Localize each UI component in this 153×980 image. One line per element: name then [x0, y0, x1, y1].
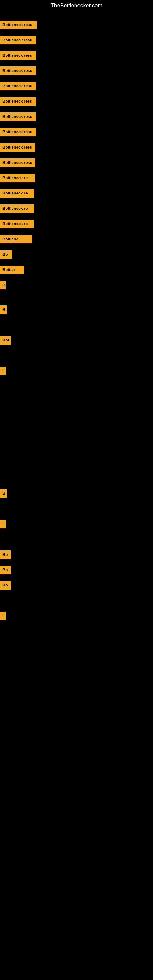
- bottleneck-badge[interactable]: Bo: [0, 566, 11, 574]
- bottleneck-badge[interactable]: l: [0, 612, 5, 620]
- bottleneck-badge[interactable]: Bottleneck resu: [0, 143, 35, 151]
- bottleneck-badge[interactable]: Bottleneck resu: [0, 82, 36, 90]
- bottleneck-badge[interactable]: Bottleneck resu: [0, 36, 36, 45]
- bottleneck-badge[interactable]: B: [0, 489, 7, 498]
- bottleneck-badge[interactable]: Bottleneck re: [0, 189, 34, 197]
- bottleneck-badge[interactable]: Bot: [0, 336, 11, 345]
- site-title: TheBottlenecker.com: [0, 0, 153, 11]
- bottleneck-badge[interactable]: B: [0, 281, 5, 290]
- bottleneck-badge[interactable]: Bottleneck re: [0, 173, 35, 182]
- bottleneck-badge[interactable]: Bo: [0, 550, 11, 559]
- bottleneck-badge[interactable]: Bottleneck re: [0, 220, 33, 228]
- bottleneck-badge[interactable]: B: [0, 305, 7, 314]
- bottleneck-badge[interactable]: Bottler: [0, 266, 24, 274]
- bottleneck-badge[interactable]: Bottleneck resu: [0, 128, 36, 136]
- bottleneck-badge[interactable]: Bottleneck resu: [0, 51, 36, 60]
- bottleneck-badge[interactable]: Bottleneck resu: [0, 97, 36, 106]
- bottleneck-badge[interactable]: l: [0, 520, 5, 528]
- bottleneck-badge[interactable]: Bottleneck resu: [0, 67, 36, 75]
- bottleneck-badge[interactable]: Bottleneck resu: [0, 112, 36, 121]
- bottleneck-badge[interactable]: Bo: [0, 581, 11, 590]
- bottleneck-badge[interactable]: Bottleneck resu: [0, 21, 37, 29]
- bottleneck-badge[interactable]: Bo: [0, 250, 12, 259]
- bottleneck-badge[interactable]: Bottlene: [0, 235, 32, 243]
- bottleneck-badge[interactable]: Bottleneck re: [0, 204, 34, 213]
- bottleneck-badge[interactable]: Bottleneck resu: [0, 158, 35, 167]
- bottleneck-badge[interactable]: l: [0, 367, 5, 375]
